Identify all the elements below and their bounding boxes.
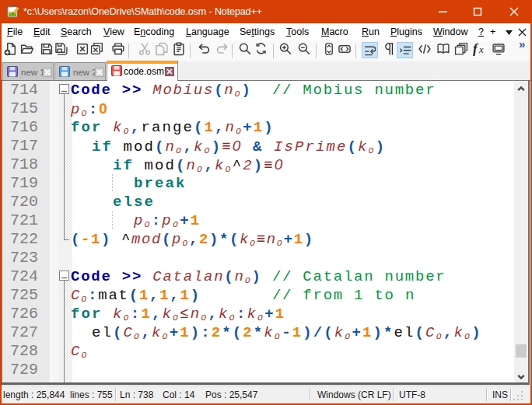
svg-text:f: f [473, 42, 479, 56]
svg-text:x: x [478, 44, 484, 55]
